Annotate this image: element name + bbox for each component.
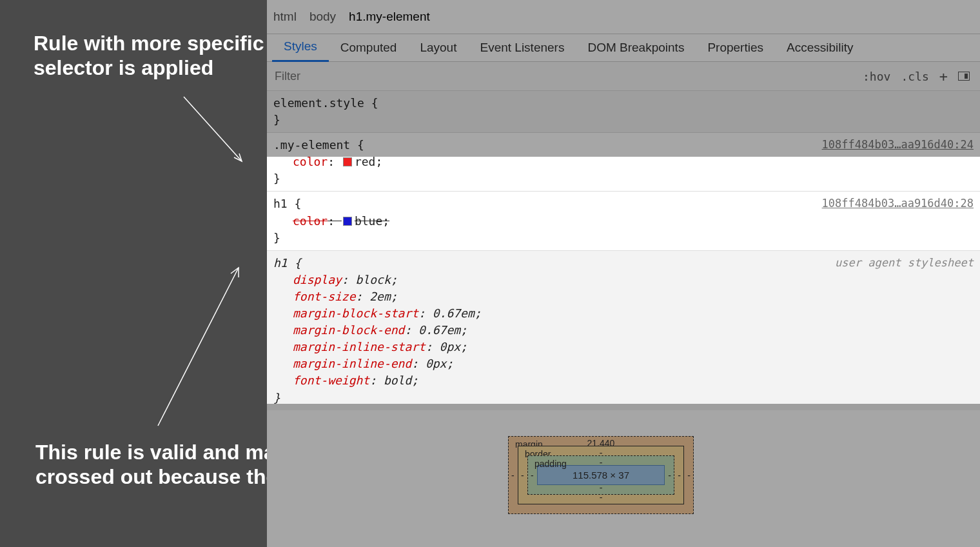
border-left-value: -	[521, 470, 524, 481]
cls-toggle[interactable]: .cls	[901, 70, 928, 83]
selector-text: h1 {	[273, 256, 301, 270]
tab-properties[interactable]: Properties	[696, 35, 775, 61]
close-brace: }	[273, 113, 280, 126]
semicolon: ;	[391, 273, 398, 286]
filter-bar: :hov .cls +	[267, 62, 980, 91]
padding-right-value: -	[668, 470, 671, 481]
semicolon: ;	[391, 290, 398, 303]
property-value: blue	[355, 214, 382, 228]
new-style-rule-button[interactable]: +	[939, 68, 948, 85]
semicolon: ;	[475, 306, 482, 320]
margin-left-value: -	[511, 470, 514, 481]
colon: :	[411, 357, 426, 370]
tab-event-listeners[interactable]: Event Listeners	[468, 35, 576, 61]
rule-element-style[interactable]: element.style { }	[267, 91, 980, 133]
breadcrumb: html body h1.my-element	[267, 0, 980, 34]
declaration[interactable]: margin-block-end: 0.67em;	[273, 322, 974, 339]
colon: :	[404, 323, 418, 337]
devtools-panel: html body h1.my-element Styles Computed …	[267, 0, 980, 547]
close-brace: }	[273, 172, 280, 185]
colon: :	[356, 290, 370, 303]
border-bottom-value: -	[518, 492, 683, 502]
breadcrumb-item[interactable]: body	[309, 10, 336, 24]
arrow-icon	[148, 258, 258, 439]
source-link[interactable]: 108ff484b03…aa916d40:24	[822, 137, 974, 153]
tab-computed[interactable]: Computed	[329, 35, 409, 61]
selector-text: element.style {	[273, 96, 378, 110]
svg-line-0	[184, 97, 242, 161]
styles-rules: element.style { } 108ff484b03…aa916d40:2…	[267, 91, 980, 410]
tab-layout[interactable]: Layout	[408, 35, 468, 61]
property-name: font-weight	[293, 373, 369, 387]
color-swatch-icon[interactable]	[343, 157, 352, 166]
declaration[interactable]: display: block;	[273, 272, 974, 288]
box-model-border[interactable]: border - - - padding - - - 115.578 × 37 …	[518, 446, 684, 504]
semicolon: ;	[460, 340, 467, 353]
tab-dom-breakpoints[interactable]: DOM Breakpoints	[576, 35, 696, 61]
box-model-margin[interactable]: margin 21.440 - - border - - - padding -…	[508, 436, 694, 514]
property-name: color	[293, 214, 328, 228]
property-value: 0.67em	[418, 323, 460, 337]
rule-my-element[interactable]: 108ff484b03…aa916d40:24 .my-element { co…	[267, 133, 980, 192]
semicolon: ;	[382, 214, 389, 228]
color-swatch-icon[interactable]	[343, 217, 352, 226]
colon: :	[328, 214, 342, 228]
colon: :	[418, 306, 433, 320]
selector-text: h1 {	[273, 197, 301, 210]
property-name: display	[293, 273, 342, 286]
breadcrumb-item-selected[interactable]: h1.my-element	[349, 10, 430, 24]
semicolon: ;	[446, 357, 453, 370]
colon: :	[426, 340, 440, 353]
rule-h1[interactable]: 108ff484b03…aa916d40:28 h1 { color: blue…	[267, 192, 980, 250]
declaration-overridden[interactable]: color: blue;	[273, 213, 974, 230]
property-value: 2em	[369, 290, 391, 303]
declaration[interactable]: font-size: 2em;	[273, 288, 974, 305]
toggle-sidebar-icon[interactable]	[958, 72, 970, 81]
tab-styles[interactable]: Styles	[272, 34, 329, 62]
property-value: red	[355, 155, 376, 168]
breadcrumb-item[interactable]: html	[273, 10, 297, 24]
semicolon: ;	[411, 373, 418, 387]
property-value: 0.67em	[433, 306, 475, 320]
property-value: bold	[384, 373, 411, 387]
property-name: margin-inline-start	[293, 340, 426, 353]
declaration[interactable]: font-weight: bold;	[273, 372, 974, 389]
box-model-widget[interactable]: margin 21.440 - - border - - - padding -…	[508, 436, 694, 514]
border-right-value: -	[678, 470, 681, 481]
filter-input[interactable]	[267, 62, 852, 90]
source-link[interactable]: 108ff484b03…aa916d40:28	[822, 195, 974, 212]
property-name: font-size	[293, 290, 356, 303]
hov-toggle[interactable]: :hov	[863, 70, 890, 83]
tab-accessibility[interactable]: Accessibility	[775, 35, 865, 61]
property-value: block	[356, 273, 391, 286]
box-model-padding[interactable]: padding - - - 115.578 × 37 -	[527, 455, 674, 495]
svg-line-1	[158, 268, 239, 426]
annotation-text: selector is applied	[34, 56, 213, 79]
arrow-icon	[177, 90, 255, 174]
filter-toggles: :hov .cls +	[852, 68, 980, 85]
selector-text: .my-element {	[273, 138, 364, 152]
semicolon: ;	[375, 155, 382, 168]
declaration[interactable]: margin-inline-end: 0px;	[273, 355, 974, 372]
declaration[interactable]: margin-block-start: 0.67em;	[273, 305, 974, 322]
property-name: margin-block-end	[293, 323, 404, 337]
padding-bottom-value: -	[528, 482, 674, 493]
close-brace: }	[273, 231, 280, 244]
margin-right-value: -	[687, 470, 691, 481]
colon: :	[369, 373, 384, 387]
declaration[interactable]: margin-inline-start: 0px;	[273, 339, 974, 355]
declaration[interactable]: color: red;	[273, 154, 974, 170]
source-user-agent: user agent stylesheet	[835, 255, 974, 271]
tabs: Styles Computed Layout Event Listeners D…	[267, 34, 980, 62]
rule-user-agent[interactable]: user agent stylesheet h1 { display: bloc…	[267, 251, 980, 410]
property-name: margin-block-start	[293, 306, 418, 320]
colon: :	[328, 155, 342, 168]
padding-left-value: -	[531, 470, 534, 481]
property-value: 0px	[426, 357, 447, 370]
colon: :	[342, 273, 356, 286]
semicolon: ;	[460, 323, 467, 337]
property-name: color	[293, 155, 328, 168]
annotation-text: Rule with more specific	[34, 32, 264, 55]
padding-top-value: -	[528, 457, 674, 468]
property-value: 0px	[440, 340, 461, 353]
